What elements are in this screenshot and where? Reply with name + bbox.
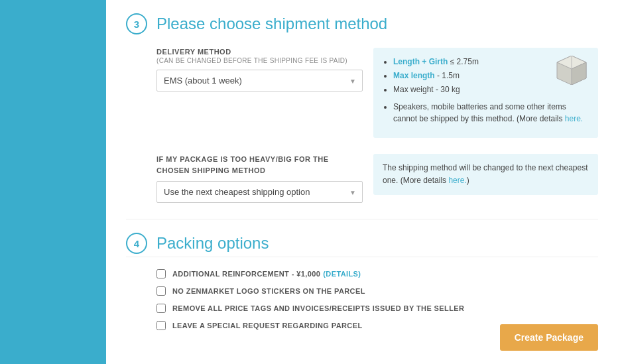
step4-title: Packing options <box>156 234 269 253</box>
step3-header: 3 Please choose shipment method <box>126 13 598 34</box>
step3-title: Please choose shipment method <box>156 15 387 33</box>
step4-header: 4 Packing options <box>126 233 598 257</box>
checkbox-remove-tags[interactable] <box>156 304 166 313</box>
delivery-info-extra-list: Speakers, mobile batteries and some othe… <box>383 101 589 125</box>
delivery-select-wrapper[interactable]: EMS (about 1 week) SAL (about 2-3 weeks)… <box>156 70 363 91</box>
step3-body: DELIVERY METHOD (CAN BE CHANGED BEFORE T… <box>126 48 598 203</box>
packing-option-reinforcement: ADDITIONAL REINFORCEMENT - ¥1,000 (DETAI… <box>156 269 598 278</box>
checkbox-special-request[interactable] <box>156 321 166 330</box>
box-icon <box>554 56 589 87</box>
packing-option-reinforcement-label: ADDITIONAL REINFORCEMENT - ¥1,000 <box>172 270 320 278</box>
main-content: 3 Please choose shipment method DELIVERY… <box>106 0 618 364</box>
packing-option-no-stickers-label: NO ZENMARKET LOGO STICKERS ON THE PARCEL <box>172 287 365 295</box>
section-divider <box>126 219 598 219</box>
delivery-info-extra: Speakers, mobile batteries and some othe… <box>393 101 589 125</box>
packing-option-remove-tags-label: REMOVE ALL PRICE TAGS AND INVOICES/RECEI… <box>172 304 464 312</box>
step3-circle: 3 <box>126 13 147 34</box>
delivery-info-box: Length + Girth ≤ 2.75m Max length - 1.5m… <box>373 48 598 138</box>
heavy-label: IF MY PACKAGE IS TOO HEAVY/BIG FOR THE C… <box>156 154 363 176</box>
step4-circle: 4 <box>126 233 147 254</box>
heavy-select-wrapper[interactable]: Use the next cheapest shipping option Co… <box>156 181 363 203</box>
reinforcement-details-link[interactable]: (DETAILS) <box>323 270 361 278</box>
heavy-note-text: The shipping method will be changed to t… <box>383 163 588 185</box>
heavy-note-box: The shipping method will be changed to t… <box>373 154 598 195</box>
heavy-note-link[interactable]: here. <box>448 176 466 185</box>
delivery-left: DELIVERY METHOD (CAN BE CHANGED BEFORE T… <box>156 48 363 91</box>
sidebar <box>0 0 106 364</box>
packing-option-special-request-label: LEAVE A SPECIAL REQUEST REGARDING PARCEL <box>172 322 363 330</box>
packing-option-no-stickers: NO ZENMARKET LOGO STICKERS ON THE PARCEL <box>156 286 598 296</box>
packing-section: 4 Packing options ADDITIONAL REINFORCEME… <box>126 233 598 330</box>
create-package-button[interactable]: Create Package <box>500 324 598 351</box>
delivery-sublabel: (CAN BE CHANGED BEFORE THE SHIPPING FEE … <box>156 57 363 64</box>
checkbox-no-stickers[interactable] <box>156 286 166 296</box>
heavy-left: IF MY PACKAGE IS TOO HEAVY/BIG FOR THE C… <box>156 154 363 203</box>
packing-option-remove-tags: REMOVE ALL PRICE TAGS AND INVOICES/RECEI… <box>156 304 598 313</box>
packing-options-list: ADDITIONAL REINFORCEMENT - ¥1,000 (DETAI… <box>126 269 598 330</box>
heavy-select[interactable]: Use the next cheapest shipping option Co… <box>156 181 363 203</box>
heavy-package-row: IF MY PACKAGE IS TOO HEAVY/BIG FOR THE C… <box>156 154 598 203</box>
delivery-select[interactable]: EMS (about 1 week) SAL (about 2-3 weeks)… <box>156 70 363 91</box>
delivery-info-link[interactable]: here. <box>565 114 583 123</box>
heavy-note-end: ) <box>467 176 469 185</box>
delivery-label: DELIVERY METHOD <box>156 48 363 56</box>
delivery-row: DELIVERY METHOD (CAN BE CHANGED BEFORE T… <box>156 48 598 138</box>
checkbox-reinforcement[interactable] <box>156 269 166 278</box>
